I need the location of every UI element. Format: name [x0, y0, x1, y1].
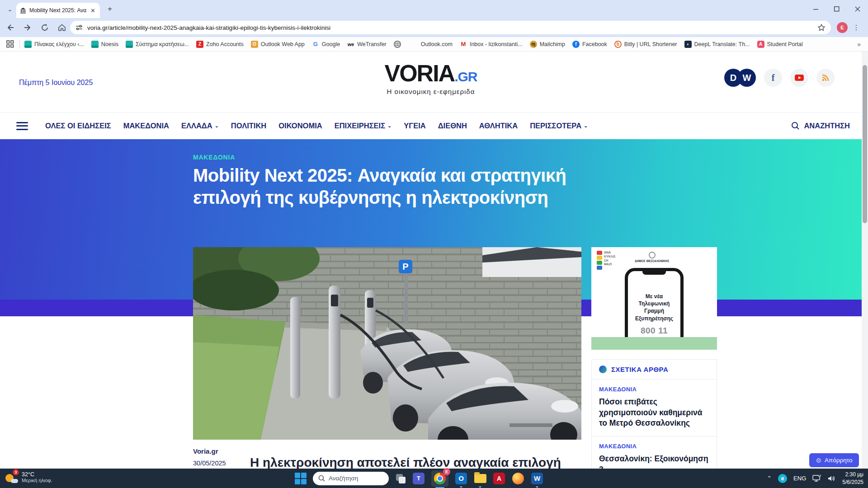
bookmarks-overflow-chevron[interactable]: » — [857, 41, 861, 48]
related-article-1[interactable]: ΜΑΚΕΔΟΝΙΑ Πόσοι επιβάτες χρησιμοποιούν κ… — [592, 380, 717, 436]
facebook-link-icon[interactable]: f — [764, 69, 782, 87]
bookmark-pinakas[interactable]: Πίνακας ελέγχου ‹... — [24, 41, 84, 48]
outlook-app-icon[interactable]: O — [455, 472, 467, 485]
dw-logo[interactable]: DW — [724, 69, 756, 87]
site-privacy-icon[interactable] — [75, 24, 83, 31]
outlook-web-icon: O — [251, 41, 258, 48]
article-image: P — [193, 247, 581, 440]
eset-tray-icon[interactable]: e — [778, 474, 787, 483]
tab-search-chevron-icon[interactable]: ⌄ — [5, 5, 14, 14]
related-title[interactable]: Πόσοι επιβάτες χρησιμοποιούν καθημερινά … — [599, 397, 709, 429]
browser-titlebar: ⌄ Mobility Next 2025: Αναγκαία κ ✕ + — [0, 0, 868, 18]
bookmark-deepl[interactable]: ◗DeepL Translate: Th... — [684, 41, 750, 48]
reload-icon[interactable] — [38, 21, 52, 34]
forward-icon[interactable] — [21, 21, 34, 34]
taskbar-search-placeholder: Αναζήτηση — [329, 475, 358, 482]
weather-temp: 32°C — [22, 471, 52, 478]
teams-app-icon[interactable]: T — [412, 472, 425, 485]
related-category[interactable]: ΜΑΚΕΔΟΝΙΑ — [599, 386, 709, 393]
taskbar-weather-widget[interactable]: 3 32°C Μερική ηλιοφ. — [5, 470, 52, 484]
firefox-app-icon[interactable] — [512, 472, 524, 485]
tab-close-icon[interactable]: ✕ — [90, 7, 96, 14]
scrollbar-thumb[interactable] — [863, 65, 867, 223]
nav-item-perissotera[interactable]: ΠΕΡΙΣΣΟΤΕΡΑ⌄ — [530, 122, 588, 130]
window-close-button[interactable] — [847, 0, 868, 18]
microsoft-icon — [411, 41, 418, 48]
article-lead: Η ηλεκτροκίνηση αποτελεί πλέον αναγκαία … — [250, 455, 585, 469]
window-minimize-button[interactable] — [806, 0, 826, 18]
search-icon — [791, 122, 800, 130]
related-article-2[interactable]: ΜΑΚΕΔΟΝΙΑ Θεσσαλονίκη: Εξοικονόμηση 3 — [592, 436, 717, 469]
nav-item-ygeia[interactable]: ΥΓΕΙΑ — [404, 122, 425, 130]
privacy-button[interactable]: ⚙ Απόρρητο — [809, 453, 859, 467]
bookmark-google[interactable]: GGoogle — [312, 41, 340, 48]
related-title[interactable]: Θεσσαλονίκη: Εξοικονόμηση 3 — [599, 454, 709, 469]
related-dot-icon — [599, 366, 607, 373]
page-viewport: Πέμπτη 5 Ιουνίου 2025 VORIA.GR Η οικονομ… — [0, 52, 868, 469]
chevron-down-icon: ⌄ — [215, 123, 219, 129]
bookmark-zoho[interactable]: ZZoho Accounts — [196, 41, 244, 48]
network-display-icon[interactable] — [812, 475, 821, 482]
nav-item-athlitika[interactable]: ΑΘΛΗΤΙΚΑ — [479, 122, 518, 130]
hamburger-menu-icon[interactable] — [16, 120, 28, 132]
main-nav: ΟΛΕΣ ΟΙ ΕΙΔΗΣΕΙΣ ΜΑΚΕΔΟΝΙΑ ΕΛΛΑΔΑ⌄ ΠΟΛΙΤ… — [0, 112, 862, 139]
browser-menu-icon[interactable]: ⋮ — [851, 22, 862, 33]
window-maximize-button[interactable] — [826, 0, 847, 18]
nav-item-ellada[interactable]: ΕΛΛΑΔΑ⌄ — [181, 122, 219, 130]
taskbar-search[interactable]: Αναζήτηση — [313, 472, 389, 485]
gear-icon: ⚙ — [816, 457, 822, 464]
bookmark-bitly[interactable]: bBitly | URL Shortener — [614, 41, 677, 48]
speaker-icon[interactable] — [828, 475, 836, 482]
new-tab-button[interactable]: + — [105, 5, 115, 14]
bookmark-owa[interactable]: OOutlook Web App — [251, 41, 305, 48]
article-source[interactable]: Voria.gr — [193, 447, 218, 455]
deepl-icon: ◗ — [684, 41, 692, 48]
bookmark-mailchimp[interactable]: ɱMailchimp — [530, 41, 565, 48]
bookmark-systima[interactable]: Σύστημα κρατήσεω... — [126, 41, 189, 48]
related-category[interactable]: ΜΑΚΕΔΟΝΙΑ — [599, 443, 709, 450]
rss-link-icon[interactable] — [816, 69, 835, 87]
acrobat-app-icon[interactable]: A — [493, 472, 505, 485]
chrome-app-icon[interactable]: E — [431, 470, 448, 487]
nav-item-all-news[interactable]: ΟΛΕΣ ΟΙ ΕΙΔΗΣΕΙΣ — [45, 122, 111, 130]
site-search-button[interactable]: ΑΝΑΖΗΤΗΣΗ — [791, 122, 850, 130]
bookmark-star-icon[interactable] — [817, 23, 826, 32]
article-category[interactable]: ΜΑΚΕΔΟΝΙΑ — [193, 154, 235, 161]
task-view-button[interactable] — [395, 473, 406, 484]
nav-item-epixeiriseis[interactable]: ΕΠΙΧΕΙΡΗΣΕΙΣ⌄ — [335, 122, 392, 130]
address-bar[interactable]: voria.gr/article/mobility-next-2025-anag… — [70, 21, 831, 34]
tray-chevron-icon[interactable]: ⌃ — [767, 475, 772, 482]
language-indicator[interactable]: ENG — [793, 475, 806, 482]
bookmark-noesis[interactable]: Noesis — [91, 41, 118, 48]
word-app-icon[interactable]: W — [531, 472, 543, 485]
start-button[interactable] — [295, 473, 307, 484]
wetransfer-icon: we — [347, 41, 354, 48]
bookmark-gmail-inbox[interactable]: MInbox - lizikonstanti... — [460, 41, 523, 48]
browser-tab[interactable]: Mobility Next 2025: Αναγκαία κ ✕ — [16, 3, 100, 18]
bookmark-wetransfer[interactable]: weWeTransfer — [347, 41, 387, 48]
nav-item-diethni[interactable]: ΔΙΕΘΝΗ — [438, 122, 467, 130]
youtube-link-icon[interactable] — [790, 69, 808, 87]
chevron-down-icon: ⌄ — [387, 123, 392, 129]
nav-item-makedonia[interactable]: ΜΑΚΕΔΟΝΙΑ — [123, 122, 169, 130]
taskbar-clock[interactable]: 2:30 μμ 5/6/2025 — [842, 471, 863, 485]
sidebar-ad[interactable]: ΑΝΑΚΥΚΛΩΣΗΜΑΖΙ ΔΗΜΟΣ ΘΕΣΣΑΛΟΝΙΚΗΣ Με νέα… — [591, 247, 717, 350]
bookmark-outlookcom[interactable]: Outlook.com — [411, 41, 453, 48]
nav-item-oikonomia[interactable]: ΟΙΚΟΝΟΜΙΑ — [278, 122, 322, 130]
bookmark-facebook[interactable]: fFacebook — [572, 41, 607, 48]
nav-item-politiki[interactable]: ΠΟΛΙΤΙΚΗ — [231, 122, 266, 130]
ad-green-band — [591, 337, 717, 350]
zoho-icon: Z — [196, 41, 203, 48]
file-explorer-app-icon[interactable] — [474, 472, 486, 485]
bookmark-globe[interactable] — [394, 41, 404, 48]
profile-avatar[interactable]: E — [837, 22, 848, 33]
home-icon[interactable] — [55, 21, 69, 34]
tray-time: 2:30 μμ — [842, 471, 863, 478]
bookmark-student-portal[interactable]: AStudent Portal — [757, 41, 803, 48]
facebook-icon: f — [572, 41, 580, 48]
page-scrollbar[interactable] — [862, 52, 868, 469]
apps-grid-icon[interactable] — [6, 40, 14, 48]
chrome-profile-badge: E — [443, 468, 450, 475]
municipality-logo: ΔΗΜΟΣ ΘΕΣΣΑΛΟΝΙΚΗΣ — [635, 252, 669, 263]
back-icon[interactable] — [4, 21, 17, 34]
